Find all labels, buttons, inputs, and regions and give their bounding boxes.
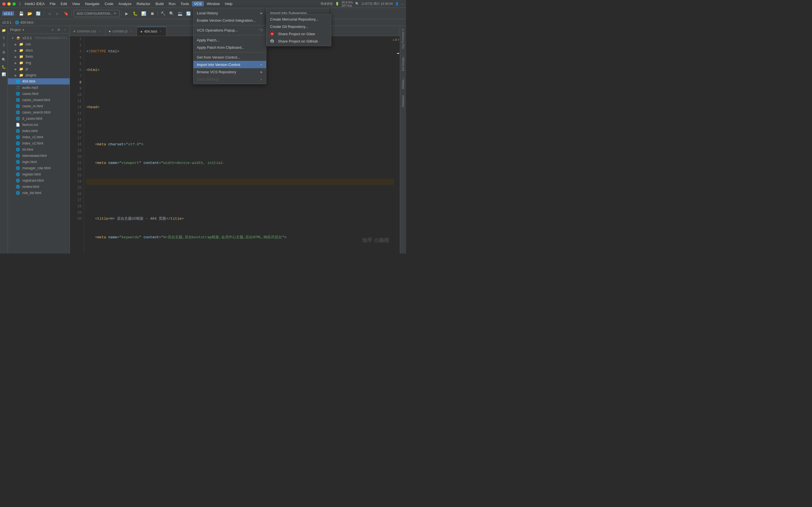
- activity-6[interactable]: 📊: [1, 71, 7, 78]
- toolbar-run[interactable]: ▶: [123, 10, 131, 17]
- file-role-list-icon: 🌐: [16, 191, 20, 195]
- tree-folder-plugins[interactable]: ▶ 📁 plugins: [8, 72, 70, 78]
- database-tab[interactable]: Database: [401, 94, 405, 109]
- tree-file-review[interactable]: 🌐 review.html: [8, 184, 70, 190]
- vcs-apply-patch-clipboard[interactable]: Apply Patch from Clipboard...: [193, 44, 266, 51]
- menu-run[interactable]: Run: [166, 1, 177, 6]
- panel-collapse[interactable]: −: [62, 27, 67, 33]
- menu-help[interactable]: Help: [223, 1, 235, 6]
- vcs-browse-repository[interactable]: Browse VCS Repository ▶: [193, 68, 266, 75]
- activity-3[interactable]: ⚙: [1, 49, 7, 56]
- tree-file-favicon[interactable]: 📄 favicon.ico: [8, 122, 70, 128]
- tree-file-404[interactable]: 🌐 404.html: [8, 78, 70, 84]
- vcs-operations-popup[interactable]: VCS Operations Popup... ⌃V: [193, 26, 266, 34]
- tree-file-index[interactable]: 🌐 index.html: [8, 128, 70, 134]
- add-configuration-button[interactable]: ADD CONFIGURATION... ▼: [73, 10, 119, 17]
- menu-vcs[interactable]: VCS: [192, 1, 204, 6]
- toolbar-find[interactable]: 🔍: [168, 10, 175, 17]
- toolbar-save[interactable]: 💾: [18, 10, 25, 17]
- share-on-github[interactable]: Share Project on GitHub: [267, 38, 331, 45]
- toolbar-sync[interactable]: 🔄: [35, 10, 42, 17]
- tree-file-cases-closed[interactable]: 🌐 cases_closed.html: [8, 97, 70, 103]
- menu-navigate[interactable]: Navigate: [83, 1, 102, 6]
- activity-4[interactable]: 🔍: [1, 56, 7, 63]
- tab-css-close[interactable]: ×: [98, 29, 102, 33]
- tree-file-login[interactable]: 🌐 login.html: [8, 159, 70, 165]
- activity-1[interactable]: 1: [1, 34, 7, 41]
- menu-tools[interactable]: Tools: [178, 1, 191, 6]
- toolbar-save-all[interactable]: 📂: [26, 10, 34, 17]
- tree-folder-img[interactable]: ▶ 📁 img: [8, 60, 70, 66]
- sync-settings-arrow: ▶: [260, 78, 263, 81]
- tree-file-interviewed[interactable]: 🌐 interviewed.html: [8, 153, 70, 159]
- menu-window[interactable]: Window: [204, 1, 222, 6]
- panel-dropdown[interactable]: ▼: [22, 28, 25, 32]
- vcs-local-history[interactable]: Local History ▶: [193, 9, 266, 17]
- tree-file-int[interactable]: 🌐 int.html: [8, 147, 70, 153]
- vcs-enable-vcs[interactable]: Enable Version Control Integration...: [193, 17, 266, 24]
- ant-design-tab[interactable]: Ant Design...: [401, 53, 405, 73]
- menu-file[interactable]: File: [47, 1, 58, 6]
- vcs-menu[interactable]: Local History ▶ Enable Version Control I…: [193, 8, 266, 84]
- panel-filter[interactable]: ≡: [50, 27, 55, 33]
- key-promoter-tab[interactable]: Key Promoter X: [401, 27, 405, 50]
- vcs-get-from-vcs[interactable]: Get from Version Control...: [193, 54, 266, 61]
- search-spotlight-icon[interactable]: 🔍: [355, 2, 359, 6]
- maximize-button[interactable]: [12, 2, 16, 6]
- menu-build[interactable]: Build: [153, 1, 166, 6]
- tree-file-register[interactable]: 🌐 register.html: [8, 171, 70, 177]
- tab-404-html[interactable]: ● 404.html ×: [137, 27, 166, 36]
- toolbar-vcs[interactable]: 🔃: [185, 10, 192, 17]
- activity-5[interactable]: 🐛: [1, 64, 7, 70]
- tree-folder-css[interactable]: ▶ 📁 css: [8, 41, 70, 47]
- toolbar-forward[interactable]: ▶: [54, 10, 61, 17]
- toolbar-debug[interactable]: 🐛: [132, 10, 139, 17]
- toolbar-stop[interactable]: ⏹: [149, 10, 156, 17]
- toolbar-back[interactable]: ◀: [46, 10, 53, 17]
- menu-view[interactable]: View: [70, 1, 82, 6]
- menu-refactor[interactable]: Refactor: [134, 1, 153, 6]
- alibaba-tab[interactable]: Alibaba...: [401, 75, 405, 91]
- expand-icon[interactable]: ∨: [397, 37, 399, 43]
- tree-folder-docs[interactable]: ▶ 📁 docs: [8, 47, 70, 54]
- vcs-import-into-vcs[interactable]: Import into Version Control ▶: [193, 61, 266, 68]
- vcs-apply-patch[interactable]: Apply Patch...: [193, 36, 266, 44]
- create-git-repository[interactable]: Create Git Repository...: [267, 23, 331, 30]
- tree-file-cases-in[interactable]: 🌐 cases_in.html: [8, 103, 70, 109]
- enable-vcs-label: Enable Version Control Integration...: [197, 18, 256, 22]
- vcs-extended-submenu[interactable]: Create Mercurial Repository... Create Gi…: [266, 14, 331, 46]
- panel-settings[interactable]: ⚙: [56, 27, 61, 33]
- tree-file-cases-search[interactable]: 🌐 cases_search.html: [8, 109, 70, 115]
- close-button[interactable]: [2, 2, 6, 6]
- toolbar-terminal[interactable]: 💻: [176, 10, 184, 17]
- menu-edit[interactable]: Edit: [58, 1, 69, 6]
- toolbar-run-with-coverage[interactable]: 📊: [140, 10, 147, 17]
- create-mercurial[interactable]: Create Mercurial Repository...: [267, 15, 331, 23]
- minimize-button[interactable]: [7, 2, 11, 6]
- activity-2[interactable]: 2: [1, 42, 7, 48]
- tab-html-close[interactable]: ×: [159, 30, 163, 34]
- tree-file-registrant[interactable]: 🌐 registrant.html: [8, 177, 70, 184]
- tree-root[interactable]: ▼ 📦 v2.0.1 ~/Desktop/前端模版/v2.0.1: [8, 35, 70, 41]
- tab-common-css[interactable]: ● common.css ×: [70, 27, 105, 36]
- menu-intellij-idea[interactable]: IntelliJ IDEA: [22, 1, 47, 6]
- activity-project[interactable]: 📁: [1, 27, 7, 34]
- menu-code[interactable]: Code: [102, 1, 116, 6]
- toolbar-hammer[interactable]: 🔨: [160, 10, 167, 17]
- tree-folder-fonts[interactable]: ▶ 📁 fonts: [8, 54, 70, 60]
- menu-analyze[interactable]: Analyze: [116, 1, 134, 6]
- toolbar-bookmark[interactable]: 🔖: [63, 10, 70, 17]
- share-on-gitee[interactable]: G Share Project on Gitee: [267, 30, 331, 38]
- tree-file-d-cases[interactable]: 🌐 d_cases.html: [8, 115, 70, 122]
- tree-file-audio[interactable]: 🎵 audio.mp3: [8, 84, 70, 91]
- root-label: v2.0.1: [22, 36, 32, 40]
- fonts-folder-label: fonts: [26, 55, 33, 59]
- tab-js-close[interactable]: ×: [130, 29, 133, 33]
- tree-file-index-v2[interactable]: 🌐 index_v2.html: [8, 140, 70, 147]
- tree-file-index-v1[interactable]: 🌐 index_v1.html: [8, 134, 70, 140]
- tree-folder-js[interactable]: ▶ 📁 js: [8, 66, 70, 72]
- tree-file-manager[interactable]: 🌐 manager_role.html: [8, 165, 70, 171]
- tree-file-cases[interactable]: 🌐 cases.html: [8, 91, 70, 97]
- tree-file-role-list[interactable]: 🌐 role_list.html: [8, 190, 70, 196]
- tab-contabs-js[interactable]: ● contabs.js ×: [105, 27, 137, 36]
